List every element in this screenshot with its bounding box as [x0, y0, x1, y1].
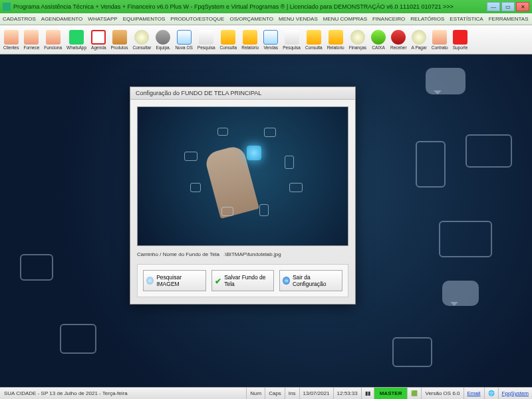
toolbar-caixa[interactable]: CAIXA: [369, 26, 388, 54]
equipa-icon: [156, 30, 170, 45]
menu-equipamentos[interactable]: EQUIPAMENTOS: [123, 16, 166, 22]
menu-os[interactable]: OS/ORÇAMENTO: [229, 16, 273, 22]
bg-monitor-icon: [466, 134, 512, 168]
dialog-title: Configuração do FUNDO DE TELA PRINCIPAL: [130, 87, 355, 100]
toolbar-fornece[interactable]: Fornece: [21, 26, 41, 54]
toolbar-label: Funciona: [44, 45, 62, 50]
menu-whatsapp[interactable]: WHATSAPP: [88, 16, 117, 22]
status-caps: Caps: [265, 388, 285, 399]
toolbar-consulta[interactable]: Consulta: [303, 26, 325, 54]
menu-relatorios[interactable]: RELATÓRIOS: [410, 16, 444, 22]
workspace: Configuração do FUNDO DE TELA PRINCIPAL …: [0, 55, 532, 387]
status-num: Num: [246, 388, 265, 399]
toolbar-whatsapp[interactable]: WhatsApp: [65, 26, 88, 54]
toolbar-label: Consulta: [220, 45, 237, 50]
toolbar-receber[interactable]: Receber: [388, 26, 409, 54]
toolbar-label: Agenda: [91, 45, 106, 50]
path-row: Caminho / Nome do Fundo de Tela .\BITMAP…: [137, 251, 348, 257]
toolbar-label: Fornece: [23, 45, 39, 50]
finanas-icon: [350, 30, 365, 45]
exit-config-button[interactable]: → Sair da Configuração: [279, 270, 342, 291]
status-location: SUA CIDADE - SP 13 de Julho de 2021 - Te…: [0, 390, 246, 396]
toolbar-suporte[interactable]: Suporte: [451, 26, 470, 54]
toolbar-label: Suporte: [453, 45, 468, 50]
exit-config-label: Sair da Configuração: [293, 274, 339, 287]
dialog-button-row: Pesquisar IMAGEM ✔ Salvar Fundo de Tela …: [137, 264, 348, 297]
toolbar-pesquisa[interactable]: Pesquisa: [196, 26, 217, 54]
preview-device-icon: [264, 128, 276, 137]
maximize-button[interactable]: ▭: [501, 2, 515, 11]
toolbar-consultar[interactable]: Consultar: [131, 26, 154, 54]
toolbar-contrato[interactable]: Contrato: [430, 26, 450, 54]
menu-agendamento[interactable]: AGENDAMENTO: [41, 16, 83, 22]
menu-estatistica[interactable]: ESTATÍSTICA: [450, 16, 483, 22]
search-image-button[interactable]: Pesquisar IMAGEM: [143, 270, 206, 291]
preview-glow-icon: [247, 146, 261, 160]
status-master: MASTER: [374, 388, 408, 399]
toolbar-pesquisa[interactable]: Pesquisa: [281, 26, 303, 54]
status-signal-icon: ▮▮: [361, 388, 374, 399]
window-title: Programa Assistência Técnica + Vendas + …: [13, 3, 487, 10]
status-globe-icon: 🌐: [484, 388, 498, 399]
toolbar-vendas[interactable]: Vendas: [261, 26, 280, 54]
menu-financeiro[interactable]: FINANCEIRO: [372, 16, 405, 22]
toolbar-consulta[interactable]: Consulta: [218, 26, 239, 54]
toolbar-label: Pesquisa: [198, 45, 215, 50]
status-date: 13/07/2021: [299, 388, 333, 399]
bg-speech-icon-2: [442, 281, 479, 306]
suporte-icon: [453, 30, 467, 45]
menu-produto[interactable]: PRODUTO/ESTOQUE: [170, 16, 224, 22]
close-button[interactable]: ✕: [516, 2, 529, 11]
menu-compras[interactable]: MENU COMPRAS: [323, 16, 367, 22]
toolbar-funciona[interactable]: Funciona: [42, 26, 64, 54]
vendas-icon: [263, 30, 278, 45]
minimize-button[interactable]: —: [487, 2, 500, 11]
toolbar-label: Equipa.: [156, 45, 170, 50]
fornece-icon: [24, 30, 39, 45]
window-titlebar: Programa Assistência Técnica + Vendas + …: [0, 0, 532, 13]
menu-cadastros[interactable]: CADASTROS: [3, 16, 36, 22]
toolbar-produtos[interactable]: Produtos: [109, 26, 130, 54]
toolbar: ClientesForneceFuncionaWhatsAppAgendaPro…: [0, 25, 532, 55]
toolbar-relatrio[interactable]: Relatório: [325, 26, 346, 54]
consultar-icon: [134, 30, 149, 45]
toolbar-label: Vendas: [263, 45, 278, 50]
toolbar-apagar[interactable]: A Pagar: [410, 26, 429, 54]
toolbar-clientes[interactable]: Clientes: [1, 26, 21, 54]
path-label: Caminho / Nome do Fundo de Tela: [137, 251, 219, 257]
toolbar-equipa[interactable]: Equipa.: [154, 26, 172, 54]
toolbar-agenda[interactable]: Agenda: [89, 26, 108, 54]
apagar-icon: [412, 30, 426, 45]
bg-server-icon: [416, 141, 446, 188]
menu-ferramentas[interactable]: FERRAMENTAS: [489, 16, 529, 22]
bg-device-icon-3: [20, 254, 53, 281]
save-wallpaper-label: Salvar Fundo de Tela: [224, 274, 271, 287]
preview-device-icon: [259, 204, 269, 216]
statusbar: SUA CIDADE - SP 13 de Julho de 2021 - Te…: [0, 387, 532, 399]
consulta-icon: [307, 30, 321, 45]
agenda-icon: [91, 30, 106, 45]
app-icon: [3, 3, 11, 11]
toolbar-label: CAIXA: [372, 45, 385, 50]
toolbar-label: Nova OS: [175, 45, 192, 50]
path-value: .\BITMAP\fundotelab.jpg: [223, 251, 348, 257]
receber-icon: [391, 30, 406, 45]
bg-speech-icon: [426, 68, 466, 94]
menubar: CADASTROS AGENDAMENTO WHATSAPP EQUIPAMEN…: [0, 13, 532, 25]
relatrio-icon: [243, 30, 257, 45]
toolbar-label: Finanças: [349, 45, 366, 50]
pesquisa-icon: [199, 30, 213, 45]
magnifier-icon: [146, 277, 154, 285]
status-email-link[interactable]: Email: [464, 388, 484, 399]
exit-icon: →: [283, 277, 290, 285]
toolbar-finanas[interactable]: Finanças: [347, 26, 368, 54]
toolbar-novaos[interactable]: Nova OS: [173, 26, 194, 54]
toolbar-relatrio[interactable]: Relatório: [239, 26, 261, 54]
toolbar-label: Consultar: [133, 45, 152, 50]
status-site-link[interactable]: FpqSystem: [498, 388, 532, 399]
save-wallpaper-button[interactable]: ✔ Salvar Fundo de Tela: [211, 270, 275, 291]
contrato-icon: [432, 30, 447, 45]
menu-vendas[interactable]: MENU VENDAS: [279, 16, 318, 22]
check-icon: ✔: [215, 277, 222, 285]
produtos-icon: [112, 30, 127, 45]
